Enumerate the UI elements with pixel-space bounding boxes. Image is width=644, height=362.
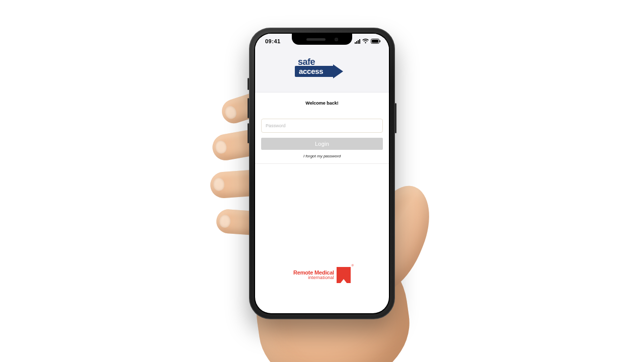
- footer-brand-mark-icon: ®: [337, 267, 351, 283]
- cellular-signal-icon: [354, 39, 360, 44]
- svg-rect-2: [380, 40, 381, 42]
- password-input[interactable]: [261, 119, 383, 133]
- logo-word-access: access: [299, 66, 323, 77]
- wifi-icon: [362, 39, 369, 44]
- forgot-password-link[interactable]: I forgot my password: [261, 154, 383, 158]
- status-time: 09:41: [263, 38, 281, 44]
- login-form: Welcome back! Login I forgot my password: [255, 93, 389, 164]
- svg-rect-1: [372, 40, 378, 43]
- battery-icon: [371, 39, 381, 44]
- login-button[interactable]: Login: [261, 138, 383, 150]
- welcome-text: Welcome back!: [261, 101, 383, 106]
- footer-brand: Remote Medical international ®: [255, 267, 389, 313]
- phone-notch: [292, 34, 352, 45]
- footer-brand-line2: international: [293, 276, 334, 280]
- app-header: safe access: [255, 49, 389, 93]
- phone-frame: 09:41: [249, 28, 395, 319]
- safeaccess-logo: safe access: [295, 58, 349, 81]
- registered-mark: ®: [352, 264, 354, 267]
- phone-screen: 09:41: [255, 34, 389, 313]
